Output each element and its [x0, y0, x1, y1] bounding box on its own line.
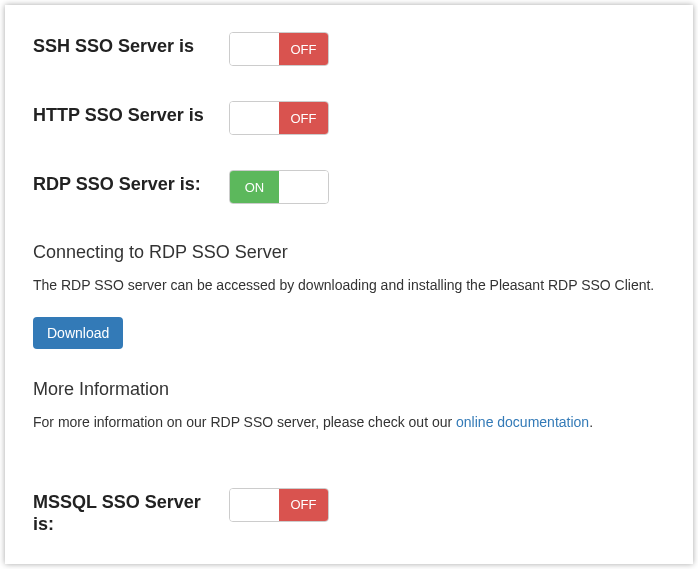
toggle-blank	[230, 489, 279, 521]
ssh-sso-toggle[interactable]: OFF	[229, 32, 329, 66]
rdp-connect-text: The RDP SSO server can be accessed by do…	[33, 275, 665, 295]
mssql-sso-toggle[interactable]: OFF	[229, 488, 329, 522]
mssql-sso-label: MSSQL SSO Server is:	[33, 491, 229, 536]
rdp-more-text: For more information on our RDP SSO serv…	[33, 412, 665, 432]
spacer	[33, 455, 665, 491]
toggle-off-label: OFF	[279, 489, 328, 521]
online-documentation-link[interactable]: online documentation	[456, 414, 589, 430]
rdp-more-prefix: For more information on our RDP SSO serv…	[33, 414, 456, 430]
download-button[interactable]: Download	[33, 317, 123, 349]
ssh-sso-row: SSH SSO Server is OFF	[33, 35, 665, 66]
rdp-sso-label: RDP SSO Server is:	[33, 173, 229, 196]
http-sso-toggle[interactable]: OFF	[229, 101, 329, 135]
ssh-sso-label: SSH SSO Server is	[33, 35, 229, 58]
toggle-blank	[279, 171, 328, 203]
sso-settings-panel: SSH SSO Server is OFF HTTP SSO Server is…	[5, 5, 693, 564]
rdp-connect-section: Connecting to RDP SSO Server The RDP SSO…	[33, 242, 665, 433]
rdp-sso-toggle[interactable]: ON	[229, 170, 329, 204]
toggle-blank	[230, 102, 279, 134]
rdp-connect-title: Connecting to RDP SSO Server	[33, 242, 665, 263]
http-sso-row: HTTP SSO Server is OFF	[33, 104, 665, 135]
rdp-more-title: More Information	[33, 379, 665, 400]
toggle-blank	[230, 33, 279, 65]
http-sso-label: HTTP SSO Server is	[33, 104, 229, 127]
rdp-sso-row: RDP SSO Server is: ON	[33, 173, 665, 204]
mssql-sso-row: MSSQL SSO Server is: OFF	[33, 491, 665, 536]
rdp-more-suffix: .	[589, 414, 593, 430]
toggle-off-label: OFF	[279, 33, 328, 65]
toggle-on-label: ON	[230, 171, 279, 203]
toggle-off-label: OFF	[279, 102, 328, 134]
